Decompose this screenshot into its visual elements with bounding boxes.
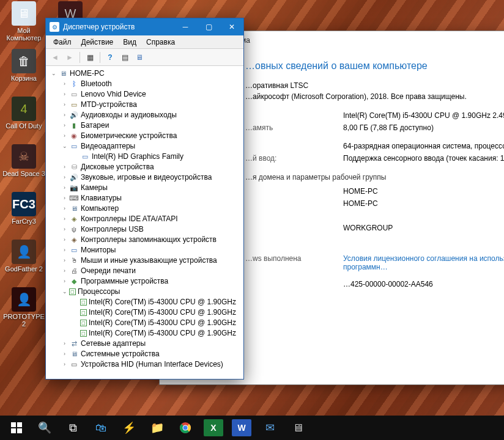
tree-node[interactable]: ›▮Батареи [48, 120, 243, 131]
show-hidden-button[interactable]: ▦ [83, 51, 97, 64]
taskbar[interactable]: 🔍 ⧉ 🛍 ⚡ 📁 X W ✉ 🖥 [0, 416, 504, 440]
menu-action[interactable]: Действие [76, 37, 119, 48]
tree-node[interactable]: ·▭Intel(R) HD Graphics Family [48, 152, 243, 162]
expand-icon[interactable]: › [61, 224, 69, 235]
tree-node[interactable]: ·◻Intel(R) Core(TM) i5-4300U CPU @ 1.90G… [48, 307, 243, 318]
taskview-button[interactable]: ⧉ [59, 416, 87, 440]
tree-node[interactable]: ›▭Lenovo Vhid Device [48, 89, 243, 100]
tree-node[interactable]: ·◻Intel(R) Core(TM) i5-4300U CPU @ 1.90G… [48, 328, 243, 339]
taskbar-winamp[interactable]: ⚡ [115, 416, 143, 440]
taskbar-mail[interactable]: ✉ [256, 416, 284, 440]
tree-node-label: Intel(R) Core(TM) i5-4300U CPU @ 1.90GHz [89, 297, 236, 307]
scan-hardware-button[interactable]: 🖥 [133, 51, 146, 64]
tree-node[interactable]: ›▭Мониторы [48, 245, 243, 255]
tree-node[interactable]: ›🖱Мыши и иные указывающие устройства [48, 255, 243, 266]
taskbar-chrome[interactable] [171, 416, 199, 440]
tree-node-label: Батареи [81, 120, 109, 131]
desktop-icon-godfather-2[interactable]: 👤GodFather 2 [1, 240, 46, 273]
desktop-icon-dead-space-3[interactable]: ☠Dead Space 3 [1, 144, 46, 177]
close-button[interactable]: ✕ [220, 18, 243, 35]
expand-icon[interactable]: › [61, 89, 69, 100]
expand-icon[interactable]: › [61, 214, 69, 224]
tree-node[interactable]: ›ᛒBluetooth [48, 79, 243, 89]
expand-icon[interactable]: › [61, 339, 69, 349]
tree-spacer: · [72, 297, 80, 307]
expand-icon[interactable]: › [61, 100, 69, 110]
expand-icon[interactable]: › [61, 266, 69, 276]
expand-icon[interactable]: › [61, 120, 69, 131]
tree-node-label: Процессоры [78, 287, 120, 297]
expand-icon[interactable]: › [61, 110, 69, 120]
expand-icon[interactable]: › [61, 183, 69, 193]
tree-node[interactable]: ›◈Контроллеры IDE ATA/ATAPI [48, 214, 243, 224]
expand-icon[interactable]: › [61, 79, 69, 89]
tree-node[interactable]: ›▭MTD-устройства [48, 100, 243, 110]
tree-node[interactable]: ›🖨Очереди печати [48, 266, 243, 276]
device-icon: ◻ [80, 299, 87, 306]
collapse-icon[interactable]: ⌄ [61, 141, 69, 152]
menu-view[interactable]: Вид [118, 37, 141, 48]
expand-icon[interactable]: › [61, 204, 69, 214]
tree-node[interactable]: ·◻Intel(R) Core(TM) i5-4300U CPU @ 1.90G… [48, 318, 243, 328]
collapse-icon[interactable]: ⌄ [61, 287, 69, 297]
expand-icon[interactable]: › [61, 359, 69, 370]
tree-node[interactable]: ›▭Устройства HID (Human Interface Device… [48, 359, 243, 370]
tree-node[interactable]: ›🖥Компьютер [48, 204, 243, 214]
tree-node[interactable]: ›⇄Сетевые адаптеры [48, 339, 243, 349]
device-icon: 📷 [69, 183, 79, 193]
expand-icon[interactable]: › [61, 162, 69, 172]
tree-root[interactable]: ⌄ 🖥 HOME-PC [48, 68, 243, 79]
device-tree[interactable]: ⌄ 🖥 HOME-PC ›ᛒBluetooth›▭Lenovo Vhid Dev… [46, 66, 243, 379]
taskbar-explorer[interactable]: 📁 [143, 416, 171, 440]
tree-node[interactable]: ›◈Контроллеры запоминающих устройств [48, 235, 243, 245]
start-button[interactable] [2, 416, 31, 440]
minimize-button[interactable]: ─ [174, 18, 197, 35]
help-button[interactable]: ? [103, 51, 117, 64]
tree-node[interactable]: ·◻Intel(R) Core(TM) i5-4300U CPU @ 1.90G… [48, 297, 243, 307]
tree-node[interactable]: ›⛁Дисковые устройства [48, 162, 243, 172]
desktop-icon-farcry3[interactable]: FC3FarCry3 [1, 192, 46, 225]
desktop-icon-мой-компьютер[interactable]: 🖥МойКомпьютер [1, 1, 46, 42]
expand-icon[interactable]: › [61, 276, 69, 287]
tree-node[interactable]: ›⌨Клавиатуры [48, 193, 243, 204]
desktop-icon-call-of-duty[interactable]: 4Call Of Duty [1, 97, 46, 130]
tree-node[interactable]: ›🔊Аудиовходы и аудиовыходы [48, 110, 243, 120]
search-button[interactable]: 🔍 [31, 416, 59, 440]
menu-file[interactable]: Файл [48, 37, 76, 48]
titlebar[interactable]: ⚙ Диспетчер устройств ─ ▢ ✕ [46, 18, 243, 35]
device-icon: ᛒ [69, 79, 79, 89]
taskbar-word[interactable]: W [232, 419, 251, 436]
expand-icon[interactable]: › [61, 193, 69, 204]
expand-icon[interactable]: › [61, 245, 69, 255]
tree-node[interactable]: ⌄▭Видеоадаптеры [48, 141, 243, 152]
menu-help[interactable]: Справка [141, 37, 180, 48]
expand-icon[interactable]: › [61, 349, 69, 359]
expand-icon[interactable]: › [61, 131, 69, 141]
expand-icon[interactable]: › [61, 172, 69, 183]
maximize-button[interactable]: ▢ [197, 18, 220, 35]
device-icon: ◆ [69, 277, 79, 287]
tree-node[interactable]: ⌄◻Процессоры [48, 287, 243, 297]
touch-label: …й ввод: [245, 154, 343, 163]
desktop-icon-корзина[interactable]: 🗑Корзина [1, 49, 46, 82]
expand-icon[interactable]: › [61, 235, 69, 245]
expand-icon[interactable]: › [61, 255, 69, 266]
tree-node[interactable]: ›🔊Звуковые, игровые и видеоустройства [48, 172, 243, 183]
tree-node-label: Мыши и иные указывающие устройства [81, 255, 217, 266]
icon-label: Dead Space 3 [1, 170, 46, 177]
tree-node[interactable]: ›📷Камеры [48, 183, 243, 193]
collapse-icon[interactable]: ⌄ [50, 68, 57, 79]
license-link[interactable]: Условия лицензионного соглашения на испо… [343, 254, 504, 271]
tree-node[interactable]: ›◆Программные устройства [48, 276, 243, 287]
device-icon: ◻ [80, 330, 87, 337]
taskbar-store[interactable]: 🛍 [87, 416, 115, 440]
desktop-icon-prototype-2[interactable]: 👤PROTOTYPE 2 [1, 287, 46, 328]
tree-node[interactable]: ›ψКонтроллеры USB [48, 224, 243, 235]
device-icon: 🖥 [69, 204, 79, 214]
taskbar-devmgr[interactable]: 🖥 [284, 416, 312, 440]
tree-node[interactable]: ›🖥Системные устройства [48, 349, 243, 359]
taskbar-excel[interactable]: X [204, 419, 223, 436]
computer-name: HOME-PC [343, 187, 504, 196]
properties-button[interactable]: ▤ [118, 51, 132, 64]
tree-node[interactable]: ›◉Биометрические устройства [48, 131, 243, 141]
